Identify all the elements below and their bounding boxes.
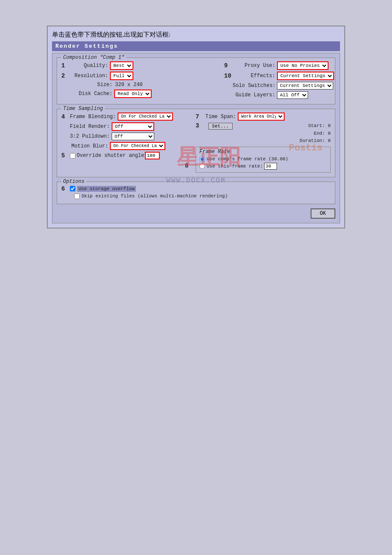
use-storage-label: Use storage overflow bbox=[77, 186, 136, 192]
duration-row-r: Duration: 0 bbox=[300, 137, 331, 145]
start-label: Start: bbox=[308, 123, 325, 128]
use-comp-value: (30.00) bbox=[268, 156, 288, 162]
skip-files-checkbox[interactable] bbox=[74, 194, 80, 199]
resolution-label: Resolution: bbox=[70, 73, 108, 79]
motion-blur-label: Motion Blur: bbox=[70, 143, 108, 149]
use-storage-checkbox[interactable] bbox=[70, 186, 75, 191]
motion-blur-row: Motion Blur: On For Checked Layers bbox=[61, 142, 189, 150]
composition-section: Composition "Comp 1" 1 Quality: Best 2 R… bbox=[57, 58, 335, 104]
num3-set-row: 3 Set... Start: 0 End: 0 bbox=[196, 122, 331, 145]
time-sampling-section: Time Sampling 4 Frame Blending: On For C… bbox=[57, 109, 335, 177]
options-section: Options 6 Use storage overflow Skip exis… bbox=[57, 182, 335, 204]
field-render-row: Field Render: Off bbox=[61, 122, 189, 131]
time-sampling-label: Time Sampling bbox=[61, 106, 105, 112]
num3-badge: 3 bbox=[196, 122, 199, 129]
start-row-r: Start: 0 bbox=[300, 122, 331, 130]
time-span-row: 7 Time Span: Work Area Only bbox=[196, 113, 331, 121]
outer-container: 单击蓝色带下滑线的按钮,出现如下对话框: Render Settings Com… bbox=[47, 26, 345, 228]
use-storage-row: 6 Use storage overflow bbox=[61, 185, 331, 192]
override-input[interactable] bbox=[145, 152, 160, 159]
pulldown-row: 3:2 Pulldown: Off bbox=[61, 133, 189, 140]
skip-files-row: Skip existing files (allows multi-machin… bbox=[61, 194, 331, 199]
solo-label: Solo Switches: bbox=[233, 83, 275, 89]
use-comp-label: Use comp's frame rate bbox=[207, 156, 266, 162]
skip-files-label: Skip existing files (allows multi-machin… bbox=[81, 194, 228, 199]
quality-label: Quality: bbox=[70, 63, 108, 69]
pulldown-label: 3:2 Pulldown: bbox=[70, 133, 110, 139]
proxy-select[interactable]: Use No Proxies bbox=[277, 61, 329, 70]
guide-row: Guide Layers: All Off bbox=[224, 91, 331, 99]
instruction-text: 单击蓝色带下滑线的按钮,出现如下对话框: bbox=[52, 31, 340, 39]
field-render-select[interactable]: Off bbox=[112, 122, 154, 131]
ok-button[interactable]: OK bbox=[311, 208, 335, 219]
effects-row: 10 Effects: Current Settings bbox=[224, 72, 331, 80]
time-sampling-inner: 4 Frame Blending: On For Checked Layers … bbox=[61, 113, 331, 173]
use-this-label: Use this frame rate: bbox=[207, 164, 263, 169]
end-row-r: End: 0 bbox=[300, 130, 331, 138]
num1-badge: 1 bbox=[61, 62, 68, 69]
num8-container: 8 bbox=[185, 162, 190, 169]
num6-badge: 6 bbox=[61, 185, 68, 192]
frame-blending-select[interactable]: On For Checked Layers bbox=[118, 113, 173, 121]
override-label: Override shutter angle bbox=[77, 153, 144, 159]
num4-badge: 4 bbox=[61, 113, 68, 120]
override-row: 5 Override shutter angle bbox=[61, 152, 189, 159]
options-label: Options bbox=[61, 179, 86, 185]
time-sampling-left: 4 Frame Blending: On For Checked Layers … bbox=[61, 113, 189, 173]
num8-badge: 8 bbox=[185, 162, 188, 169]
guide-select[interactable]: All Off bbox=[277, 91, 308, 99]
dialog-body: Composition "Comp 1" 1 Quality: Best 2 R… bbox=[52, 53, 340, 223]
size-value: 320 x 240 bbox=[115, 82, 143, 88]
use-comp-rate-row: Use comp's frame rate (30.00) bbox=[199, 156, 327, 162]
num7-badge: 7 bbox=[196, 113, 202, 120]
effects-label: Effects: bbox=[233, 73, 275, 79]
duration-value: 0 bbox=[328, 138, 331, 143]
composition-label: Composition "Comp 1" bbox=[61, 55, 126, 61]
use-this-radio[interactable] bbox=[199, 163, 205, 169]
time-span-select[interactable]: Work Area Only bbox=[238, 113, 285, 121]
num5-badge: 5 bbox=[61, 152, 68, 159]
num9-badge: 9 bbox=[224, 62, 231, 69]
frame-rate-title: Frame Rate bbox=[199, 149, 327, 155]
effects-select[interactable]: Current Settings bbox=[277, 72, 334, 80]
right-fields: 9 Proxy Use: Use No Proxies 10 Effects: … bbox=[224, 61, 331, 101]
num2-badge: 2 bbox=[61, 72, 68, 79]
end-label: End: bbox=[314, 131, 325, 136]
duration-label: Duration: bbox=[300, 138, 325, 143]
quality-select[interactable]: Best bbox=[110, 61, 133, 70]
dialog-inner: Composition "Comp 1" 1 Quality: Best 2 R… bbox=[57, 58, 335, 219]
pulldown-select[interactable]: Off bbox=[112, 133, 154, 140]
start-end-dur: Start: 0 End: 0 Duration: 0 bbox=[300, 122, 331, 145]
start-value: 0 bbox=[328, 123, 331, 128]
end-value: 0 bbox=[328, 131, 331, 136]
use-this-rate-input[interactable] bbox=[264, 163, 277, 170]
field-render-label: Field Render: bbox=[70, 124, 110, 130]
disk-cache-select[interactable]: Read Only bbox=[114, 90, 152, 98]
solo-select[interactable]: Current Settings bbox=[277, 82, 333, 90]
disk-cache-label: Disk Cache: bbox=[74, 91, 112, 97]
time-span-label: Time Span: bbox=[204, 114, 236, 120]
dialog-title-bar: Render Settings bbox=[52, 41, 340, 51]
proxy-label: Proxy Use: bbox=[233, 63, 275, 69]
frame-blending-row: 4 Frame Blending: On For Checked Layers bbox=[61, 113, 189, 121]
use-comp-radio[interactable] bbox=[199, 156, 205, 162]
ok-row: OK bbox=[57, 208, 335, 219]
override-checkbox[interactable] bbox=[70, 153, 75, 159]
guide-label: Guide Layers: bbox=[233, 92, 275, 98]
resolution-select[interactable]: Full bbox=[110, 72, 133, 80]
time-sampling-right: 7 Time Span: Work Area Only 3 Set... bbox=[189, 113, 331, 173]
use-this-rate-row: Use this frame rate: bbox=[199, 163, 327, 170]
size-label: Size: bbox=[74, 82, 112, 88]
frame-blending-label: Frame Blending: bbox=[70, 114, 116, 120]
num10-badge: 10 bbox=[224, 72, 231, 79]
solo-row: Solo Switches: Current Settings bbox=[224, 82, 331, 90]
frame-rate-section: Frame Rate Use comp's frame rate (30.00)… bbox=[196, 147, 331, 173]
proxy-row: 9 Proxy Use: Use No Proxies bbox=[224, 61, 331, 70]
set-button[interactable]: Set... bbox=[208, 123, 233, 130]
num3-container: 3 Set... bbox=[196, 122, 233, 130]
motion-blur-select[interactable]: On For Checked Layers bbox=[110, 142, 165, 150]
